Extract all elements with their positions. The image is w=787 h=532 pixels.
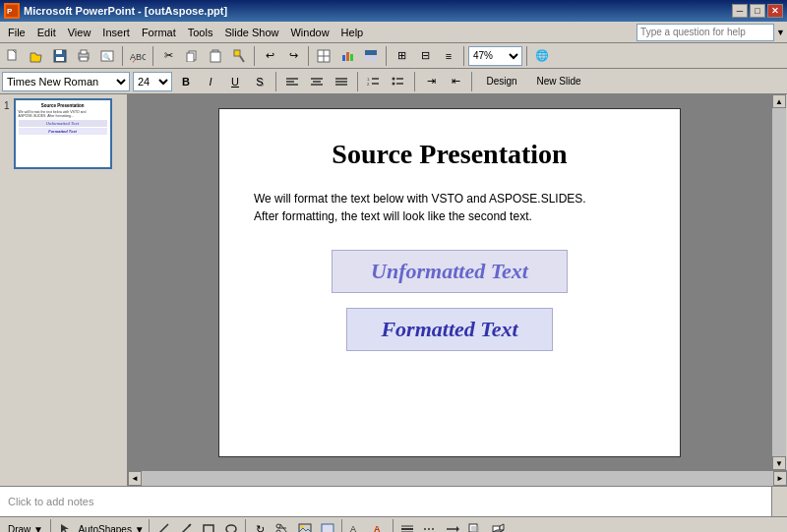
svg-rect-4 bbox=[56, 50, 62, 54]
rectangle-button[interactable] bbox=[198, 519, 219, 532]
slide-canvas[interactable]: Source Presentation We will format the t… bbox=[218, 108, 681, 457]
increase-indent-button[interactable]: ⇥ bbox=[420, 72, 442, 91]
align-center-button[interactable] bbox=[306, 72, 328, 91]
svg-text:2.: 2. bbox=[367, 82, 370, 87]
horizontal-scrollbar: ◄ ► bbox=[128, 470, 787, 486]
print-button[interactable] bbox=[73, 46, 94, 66]
insert-table-button[interactable] bbox=[313, 46, 334, 66]
copy-button[interactable] bbox=[181, 46, 203, 66]
decrease-indent-button[interactable]: ⇤ bbox=[445, 72, 466, 91]
menu-insert[interactable]: Insert bbox=[96, 25, 136, 40]
svg-rect-27 bbox=[372, 56, 377, 61]
fmt-sep-1 bbox=[275, 72, 276, 91]
svg-rect-22 bbox=[342, 55, 345, 61]
scroll-up-button[interactable]: ▲ bbox=[772, 94, 786, 108]
undo-button[interactable]: ↩ bbox=[259, 46, 280, 66]
slide-body: We will format the text below with VSTO … bbox=[254, 190, 645, 225]
open-button[interactable] bbox=[26, 46, 47, 66]
new-button[interactable] bbox=[2, 46, 24, 66]
bold-button[interactable]: B bbox=[175, 72, 197, 91]
font-size-select[interactable]: 24 bbox=[133, 72, 172, 91]
line-style-button[interactable] bbox=[396, 519, 418, 532]
thumb-title: Source Presentation bbox=[19, 103, 107, 108]
clip-button[interactable] bbox=[272, 519, 293, 532]
shadow-button[interactable]: S bbox=[249, 72, 271, 91]
spell-button[interactable]: ABC✓ bbox=[127, 46, 149, 66]
svg-text:P: P bbox=[7, 7, 13, 16]
titlebar-controls: ─ □ ✕ bbox=[732, 4, 783, 18]
menu-slideshow[interactable]: Slide Show bbox=[218, 25, 284, 40]
select-button[interactable] bbox=[54, 519, 76, 532]
bullets-button[interactable] bbox=[388, 72, 409, 91]
format-painter-button[interactable] bbox=[228, 46, 250, 66]
svg-rect-48 bbox=[204, 525, 213, 532]
minimize-button[interactable]: ─ bbox=[732, 4, 748, 18]
dash-style-button[interactable] bbox=[419, 519, 441, 532]
cut-button[interactable]: ✂ bbox=[157, 46, 179, 66]
draw-button[interactable]: Draw ▼ bbox=[4, 519, 47, 532]
zoom-select[interactable]: 47% bbox=[468, 46, 522, 66]
autoshapes-button[interactable]: AutoShapes ▼ bbox=[77, 519, 146, 532]
design-button[interactable]: Design bbox=[477, 72, 526, 91]
svg-text:A: A bbox=[374, 524, 381, 532]
toolbar-sep-5 bbox=[386, 46, 387, 66]
save-button[interactable] bbox=[49, 46, 71, 66]
line-button[interactable] bbox=[152, 519, 174, 532]
menu-window[interactable]: Window bbox=[284, 25, 334, 40]
align-left-button[interactable] bbox=[281, 72, 303, 91]
svg-marker-66 bbox=[456, 526, 459, 532]
scroll-left-button[interactable]: ◄ bbox=[128, 471, 142, 486]
paste-button[interactable] bbox=[205, 46, 226, 66]
h-scroll-track[interactable] bbox=[142, 471, 773, 486]
underline-button[interactable]: U bbox=[224, 72, 246, 91]
justify-button[interactable] bbox=[331, 72, 352, 91]
scroll-track[interactable] bbox=[772, 108, 786, 456]
insert-pic-button[interactable] bbox=[294, 519, 316, 532]
shadow-style-button[interactable] bbox=[464, 519, 486, 532]
menu-file[interactable]: File bbox=[2, 25, 31, 40]
help-button[interactable]: 🌐 bbox=[531, 46, 553, 66]
close-button[interactable]: ✕ bbox=[767, 4, 783, 18]
slide-thumbnail[interactable]: Source Presentation We will format the t… bbox=[14, 98, 112, 169]
numbering-button[interactable]: 1.2. bbox=[363, 72, 385, 91]
arrow-button[interactable] bbox=[175, 519, 197, 532]
slide-number: 1 bbox=[4, 98, 10, 111]
show-all-button[interactable]: ≡ bbox=[438, 46, 459, 66]
fill-color-button[interactable]: A bbox=[345, 519, 367, 532]
arrow-style-button[interactable] bbox=[442, 519, 463, 532]
draw-sep-1 bbox=[50, 519, 51, 532]
menu-view[interactable]: View bbox=[62, 25, 97, 40]
font-name-select[interactable]: Times New Roman bbox=[2, 72, 130, 91]
draw-sep-2 bbox=[149, 519, 150, 532]
3d-button[interactable] bbox=[487, 519, 509, 532]
formatted-box[interactable]: Formatted Text bbox=[346, 308, 553, 351]
insert-chart-button[interactable] bbox=[336, 46, 358, 66]
menu-help[interactable]: Help bbox=[335, 25, 370, 40]
oval-button[interactable] bbox=[220, 519, 242, 532]
scroll-right-button[interactable]: ► bbox=[773, 471, 787, 486]
svg-text:✓: ✓ bbox=[132, 58, 136, 63]
preview-button[interactable]: 🔍 bbox=[96, 46, 118, 66]
new-slide-button[interactable]: New Slide bbox=[529, 72, 588, 91]
rotate-button[interactable]: ↻ bbox=[249, 519, 271, 532]
help-search-input[interactable] bbox=[636, 24, 774, 41]
scroll-down-button[interactable]: ▼ bbox=[772, 456, 786, 470]
svg-rect-17 bbox=[234, 50, 240, 56]
notes-area[interactable]: Click to add notes bbox=[0, 487, 771, 516]
unformatted-box[interactable]: Unformatted Text bbox=[332, 250, 568, 293]
font-color-button[interactable]: A bbox=[368, 519, 390, 532]
table-button[interactable] bbox=[360, 46, 382, 66]
canvas-row: Source Presentation We will format the t… bbox=[128, 94, 787, 470]
pic-border-button[interactable] bbox=[317, 519, 338, 532]
redo-button[interactable]: ↪ bbox=[282, 46, 304, 66]
italic-button[interactable]: I bbox=[200, 72, 221, 91]
menu-tools[interactable]: Tools bbox=[182, 25, 219, 40]
collapse-button[interactable]: ⊟ bbox=[414, 46, 436, 66]
expand-button[interactable]: ⊞ bbox=[391, 46, 412, 66]
menu-format[interactable]: Format bbox=[136, 25, 182, 40]
title-bar: P Microsoft PowerPoint - [outAspose.ppt]… bbox=[0, 0, 787, 22]
main-content: Source Presentation We will format the t… bbox=[128, 94, 787, 486]
maximize-button[interactable]: □ bbox=[750, 4, 765, 18]
toolbar-formatting: Times New Roman 24 B I U S 1.2. ⇥ ⇤ Desi… bbox=[0, 69, 787, 94]
menu-edit[interactable]: Edit bbox=[31, 25, 62, 40]
